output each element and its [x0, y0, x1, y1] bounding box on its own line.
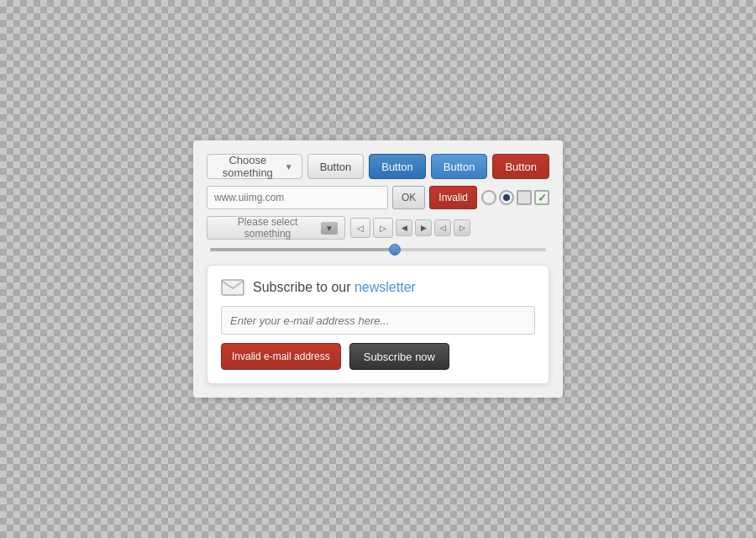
invalid-email-button[interactable]: Invalid e-mail address — [221, 343, 341, 370]
envelope-icon — [221, 279, 244, 296]
slider-fill — [210, 248, 395, 251]
select-row: Please select something ▼ ◁ ▷ ◀ ▶ ◁ ▷ — [207, 216, 549, 240]
url-input[interactable] — [207, 186, 388, 209]
newsletter-title: Subscribe to our newsletter — [253, 280, 416, 295]
select-arrow-icon: ▼ — [321, 222, 338, 235]
nav-left-outline[interactable]: ◁ — [350, 218, 370, 238]
select-label: Please select something — [214, 216, 321, 240]
nav-right-filled[interactable]: ▶ — [415, 219, 432, 236]
radio-unselected[interactable] — [481, 190, 496, 205]
svg-rect-0 — [222, 280, 244, 295]
nav-left-filled[interactable]: ◀ — [396, 219, 412, 236]
dropdown-label: Choose something — [216, 154, 280, 179]
newsletter-actions: Invalid e-mail address Subscribe now — [221, 343, 535, 370]
checkbox-unchecked[interactable] — [517, 190, 532, 205]
slider-row — [207, 248, 549, 251]
slider-thumb[interactable] — [389, 244, 401, 256]
newsletter-header: Subscribe to our newsletter — [221, 279, 535, 296]
newsletter-title-prefix: Subscribe to our — [253, 280, 354, 294]
nav-left-sm[interactable]: ◁ — [434, 219, 451, 236]
nav-right-outline[interactable]: ▷ — [373, 218, 393, 238]
radio-selected[interactable] — [499, 190, 514, 205]
widget-container: Choose something ▼ Button Button Button … — [193, 140, 563, 398]
input-row: OK Invalid — [207, 186, 549, 209]
dropdown-arrow-icon: ▼ — [285, 162, 293, 171]
newsletter-title-highlight: newsletter — [354, 280, 416, 294]
email-input[interactable] — [221, 306, 535, 335]
button-row: Choose something ▼ Button Button Button … — [207, 154, 549, 179]
red-button[interactable]: Button — [492, 154, 549, 179]
slider-track[interactable] — [210, 248, 546, 251]
blue-button-1[interactable]: Button — [369, 154, 426, 179]
nav-right-sm[interactable]: ▷ — [454, 219, 470, 236]
radio-group — [481, 190, 549, 205]
subscribe-button[interactable]: Subscribe now — [349, 343, 449, 370]
newsletter-card: Subscribe to our newsletter Invalid e-ma… — [207, 265, 549, 384]
select-button[interactable]: Please select something ▼ — [207, 216, 345, 240]
radio-inner-dot — [503, 194, 510, 201]
blue-button-2[interactable]: Button — [431, 154, 488, 179]
invalid-button[interactable]: Invalid — [429, 186, 477, 209]
plain-button[interactable]: Button — [307, 154, 365, 179]
dropdown-button[interactable]: Choose something ▼ — [207, 154, 302, 179]
checkbox-checked[interactable] — [534, 190, 549, 205]
ok-button[interactable]: OK — [392, 186, 425, 209]
nav-arrows-group: ◁ ▷ ◀ ▶ ◁ ▷ — [350, 218, 470, 238]
